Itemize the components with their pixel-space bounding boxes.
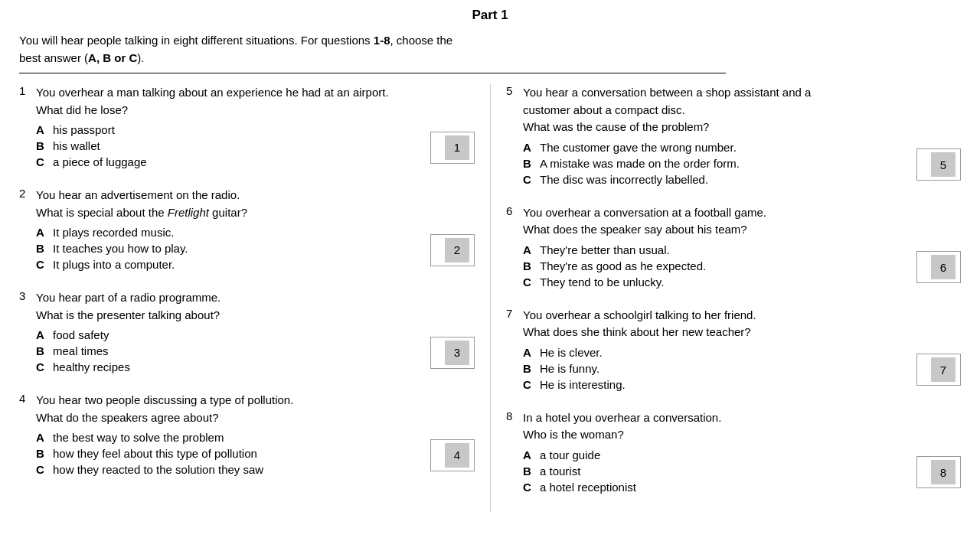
option-row: Bhow they feel about this type of pollut… [19, 447, 423, 460]
option-letter: A [36, 431, 53, 444]
option-row: AThe customer gave the wrong number. [506, 141, 909, 154]
option-row: BA mistake was made on the order form. [506, 157, 909, 170]
answer-box-number: 8 [931, 460, 956, 484]
option-text: meal times [53, 344, 109, 357]
option-text: the best way to solve the problem [53, 431, 224, 444]
question-text: You hear part of a radio programme.What … [36, 289, 475, 324]
question-text: You overhear a man talking about an expe… [36, 84, 475, 119]
instructions: You will hear people talking in eight di… [19, 32, 961, 67]
option-letter: A [36, 123, 53, 136]
option-text: a tour guide [540, 448, 600, 461]
option-letter: B [523, 362, 540, 375]
option-row: AHe is clever. [506, 346, 909, 359]
answer-box[interactable]: 5 [916, 148, 961, 181]
option-letter: A [36, 226, 53, 239]
option-letter: A [523, 141, 540, 154]
question-text: You overhear a conversation at a footbal… [523, 204, 961, 239]
question-text: You hear an advertisement on the radio.W… [36, 187, 475, 221]
main-content: 1You overhear a man talking about an exp… [19, 84, 961, 512]
question-block: 7You overhear a schoolgirl talking to he… [506, 307, 961, 394]
option-row: AIt plays recorded music. [19, 226, 423, 239]
option-row: BHe is funny. [506, 362, 909, 375]
option-text: healthy recipes [53, 360, 130, 373]
answer-box-number: 1 [445, 135, 469, 160]
left-column: 1You overhear a man talking about an exp… [19, 84, 490, 512]
option-row: Aa tour guide [506, 448, 909, 461]
option-letter: A [523, 346, 540, 359]
option-text: a tourist [540, 465, 580, 478]
option-row: CIt plugs into a computer. [19, 258, 423, 271]
option-row: AThey're better than usual. [506, 243, 909, 256]
answer-box[interactable]: 1 [430, 132, 475, 164]
answer-box-number: 7 [931, 357, 956, 382]
option-text: A mistake was made on the order form. [540, 157, 740, 170]
question-number: 1 [19, 84, 36, 97]
answer-box[interactable]: 2 [430, 234, 475, 266]
option-text: He is funny. [540, 362, 599, 375]
answer-box[interactable]: 7 [916, 354, 961, 386]
question-block: 6You overhear a conversation at a footba… [506, 204, 961, 292]
option-text: It plays recorded music. [53, 226, 174, 239]
option-text: how they reacted to the solution they sa… [53, 463, 263, 476]
option-text: The disc was incorrectly labelled. [540, 173, 708, 186]
option-letter: B [36, 139, 53, 152]
answer-box-number: 3 [445, 341, 469, 365]
question-text: You overhear a schoolgirl talking to her… [523, 307, 961, 341]
option-letter: C [36, 360, 53, 373]
option-row: BThey're as good as he expected. [506, 259, 909, 272]
option-letter: C [523, 378, 540, 391]
question-block: 4You hear two people discussing a type o… [19, 392, 475, 479]
option-row: Ca piece of luggage [19, 155, 423, 168]
option-row: Afood safety [19, 328, 423, 341]
divider [19, 73, 726, 73]
option-row: Athe best way to solve the problem [19, 431, 423, 444]
option-letter: B [36, 242, 53, 255]
option-text: He is interesting. [540, 378, 626, 391]
question-number: 7 [506, 307, 523, 320]
option-letter: B [36, 344, 53, 357]
answer-box[interactable]: 3 [430, 337, 475, 369]
option-letter: C [36, 258, 53, 271]
answer-box-number: 4 [445, 443, 469, 468]
question-number: 8 [506, 409, 523, 422]
option-text: They tend to be unlucky. [540, 276, 664, 289]
option-row: Bhis wallet [19, 139, 423, 152]
answer-box-number: 6 [931, 255, 956, 279]
question-block: 8In a hotel you overhear a conversation.… [506, 409, 961, 497]
option-letter: B [36, 447, 53, 460]
option-row: Chow they reacted to the solution they s… [19, 463, 423, 476]
question-number: 4 [19, 392, 36, 405]
option-letter: C [36, 463, 53, 476]
option-letter: A [523, 243, 540, 256]
question-number: 6 [506, 204, 523, 217]
answer-box[interactable]: 6 [916, 251, 961, 283]
option-row: CHe is interesting. [506, 378, 909, 391]
answer-box[interactable]: 4 [430, 439, 475, 471]
answer-box-number: 2 [445, 238, 469, 262]
question-text: You hear two people discussing a type of… [36, 392, 475, 426]
option-text: He is clever. [540, 346, 603, 359]
option-text: The customer gave the wrong number. [540, 141, 737, 154]
option-letter: B [523, 465, 540, 478]
option-letter: C [523, 276, 540, 289]
question-number: 3 [19, 289, 36, 302]
option-text: his passport [53, 123, 115, 136]
option-row: Ahis passport [19, 123, 423, 136]
option-text: how they feel about this type of polluti… [53, 447, 257, 460]
option-letter: C [523, 173, 540, 186]
option-row: Chealthy recipes [19, 360, 423, 373]
option-text: a piece of luggage [53, 155, 147, 168]
answer-box[interactable]: 8 [916, 456, 961, 488]
option-row: CThey tend to be unlucky. [506, 276, 909, 289]
option-row: Ba tourist [506, 465, 909, 478]
option-letter: B [523, 259, 540, 272]
option-text: his wallet [53, 139, 100, 152]
option-text: food safety [53, 328, 109, 341]
option-row: CThe disc was incorrectly labelled. [506, 173, 909, 186]
option-row: Ca hotel receptionist [506, 481, 909, 494]
option-letter: B [523, 157, 540, 170]
option-letter: C [36, 155, 53, 168]
option-text: a hotel receptionist [540, 481, 636, 494]
question-block: 3You hear part of a radio programme.What… [19, 289, 475, 377]
answer-box-number: 5 [931, 152, 956, 177]
